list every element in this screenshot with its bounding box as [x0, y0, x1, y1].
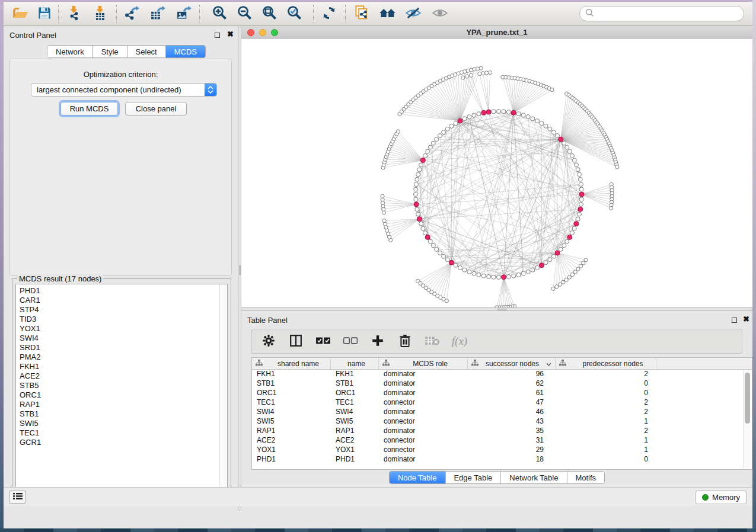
table-cell[interactable]: connector [379, 446, 468, 455]
hide-selected-button[interactable] [403, 4, 423, 24]
mcds-result-item[interactable]: ACE2 [16, 371, 227, 381]
table-cell[interactable]: 2 [556, 427, 656, 436]
table-cell[interactable]: YOX1 [252, 446, 331, 455]
table-cell[interactable]: 29 [468, 446, 556, 455]
run-mcds-button[interactable]: Run MCDS [60, 102, 118, 116]
import-table-button[interactable] [90, 4, 110, 24]
table-cell[interactable]: 18 [468, 455, 556, 464]
control-panel-close-icon[interactable]: ✖ [227, 30, 234, 39]
show-all-button[interactable] [430, 4, 450, 24]
table-cell[interactable]: ACE2 [252, 436, 331, 446]
mcds-result-item[interactable]: YOX1 [16, 324, 227, 334]
table-cell[interactable]: 43 [468, 417, 556, 427]
network-graph[interactable] [241, 39, 752, 307]
column-header-MCDS-role[interactable]: MCDS role [379, 358, 468, 369]
table-cell[interactable]: ACE2 [331, 436, 379, 446]
mcds-result-item[interactable]: RAP1 [16, 400, 227, 409]
table-cell[interactable]: SWI5 [252, 417, 331, 427]
table-cell[interactable]: 35 [468, 427, 556, 436]
table-row[interactable]: SWI4SWI4dominator462 [252, 408, 752, 417]
mcds-list-scrollbar[interactable] [219, 284, 227, 494]
table-cell[interactable]: 1 [556, 436, 656, 446]
table-cell[interactable]: 2 [556, 370, 656, 379]
table-cell[interactable]: RAP1 [252, 427, 331, 436]
tab-edge-table[interactable]: Edge Table [445, 472, 501, 483]
mcds-result-list[interactable]: PHD1CAR1STP4TID3YOX1SWI4SRD1PMA2FKH1ACE2… [15, 284, 228, 495]
table-cell[interactable]: dominator [379, 455, 468, 464]
tab-mcds[interactable]: MCDS [166, 46, 205, 57]
delete-column-button[interactable] [397, 333, 413, 350]
network-titlebar[interactable]: YPA_prune.txt_1 [241, 26, 752, 39]
search-box[interactable] [579, 6, 744, 21]
open-file-button[interactable] [11, 4, 31, 24]
add-column-button[interactable] [369, 333, 386, 350]
table-cell[interactable]: dominator [379, 427, 468, 436]
new-network-from-selection-button[interactable] [352, 4, 372, 24]
table-cell[interactable]: STB1 [252, 379, 331, 389]
mcds-result-item[interactable]: STB5 [16, 381, 227, 390]
table-cell[interactable]: 46 [468, 408, 556, 417]
table-cell[interactable]: 61 [468, 389, 556, 398]
table-scrollbar-thumb[interactable] [745, 373, 750, 424]
table-cell[interactable]: RAP1 [331, 427, 379, 436]
table-cell[interactable]: 0 [556, 455, 656, 464]
zoom-in-button[interactable] [210, 4, 230, 24]
export-image-button[interactable] [174, 4, 194, 24]
table-row[interactable]: RAP1RAP1dominator352 [252, 427, 752, 436]
table-cell[interactable]: dominator [379, 379, 468, 389]
table-cell[interactable]: ORC1 [252, 389, 331, 398]
column-header-successor-nodes[interactable]: successor nodes [468, 358, 556, 369]
mcds-result-item[interactable]: SWI5 [16, 419, 227, 428]
network-canvas[interactable] [241, 39, 752, 307]
table-cell[interactable]: SWI4 [252, 408, 331, 417]
table-cell[interactable]: dominator [379, 370, 468, 379]
table-cell[interactable]: 0 [556, 379, 656, 389]
column-header-shared-name[interactable]: shared name [252, 358, 331, 369]
table-cell[interactable]: SWI5 [331, 417, 379, 427]
mcds-result-item[interactable]: FKH1 [16, 362, 227, 371]
table-row[interactable]: ACE2ACE2connector311 [252, 436, 752, 446]
table-scrollbar[interactable] [743, 370, 751, 468]
table-cell[interactable]: SWI4 [331, 408, 379, 417]
tab-motifs[interactable]: Motifs [567, 472, 604, 483]
export-network-button[interactable] [122, 4, 142, 24]
table-row[interactable]: SWI5SWI5connector431 [252, 417, 752, 427]
table-row[interactable]: PHD1PHD1dominator180 [252, 455, 752, 464]
table-cell[interactable]: 1 [556, 417, 656, 427]
tab-style[interactable]: Style [93, 46, 127, 57]
optimization-criterion-dropdown[interactable]: largest connected component (undirected) [31, 83, 217, 97]
settings-button[interactable] [260, 333, 277, 350]
table-cell[interactable]: FKH1 [331, 370, 379, 379]
table-cell[interactable]: PHD1 [331, 455, 379, 464]
table-cell[interactable]: FKH1 [252, 370, 331, 379]
table-cell[interactable]: 1 [556, 446, 656, 455]
show-columns-button[interactable] [288, 333, 304, 350]
tab-select[interactable]: Select [127, 46, 166, 57]
export-table-button[interactable] [148, 4, 168, 24]
table-cell[interactable]: 0 [556, 389, 656, 398]
tab-network-table[interactable]: Network Table [501, 472, 567, 483]
refresh-button[interactable] [319, 4, 339, 24]
table-panel-float-icon[interactable] [732, 318, 737, 323]
table-cell[interactable]: TEC1 [331, 398, 379, 408]
mcds-result-item[interactable]: STB1 [16, 409, 227, 419]
column-header-name[interactable]: name [331, 358, 379, 369]
column-header-predecessor-nodes[interactable]: predecessor nodes [556, 358, 656, 369]
mcds-result-item[interactable]: CAR1 [16, 296, 227, 305]
select-all-button[interactable] [315, 333, 331, 350]
table-panel-close-icon[interactable]: ✖ [743, 315, 749, 323]
mcds-result-item[interactable]: ORC1 [16, 390, 227, 400]
table-cell[interactable]: 96 [468, 370, 556, 379]
memory-button[interactable]: Memory [696, 491, 747, 504]
table-cell[interactable]: 31 [468, 436, 556, 446]
table-cell[interactable]: connector [379, 417, 468, 427]
mcds-result-item[interactable]: STP4 [16, 305, 227, 315]
first-neighbors-button[interactable] [378, 4, 398, 24]
table-cell[interactable]: YOX1 [331, 446, 379, 455]
node-table[interactable]: shared namenameMCDS rolesuccessor nodesp… [251, 357, 752, 470]
table-cell[interactable]: PHD1 [252, 455, 331, 464]
close-panel-button[interactable]: Close panel [125, 102, 187, 116]
mcds-result-item[interactable]: SWI4 [16, 334, 227, 343]
vertical-splitter-grip[interactable] [239, 265, 241, 275]
mcds-result-item[interactable]: GCR1 [16, 438, 227, 447]
